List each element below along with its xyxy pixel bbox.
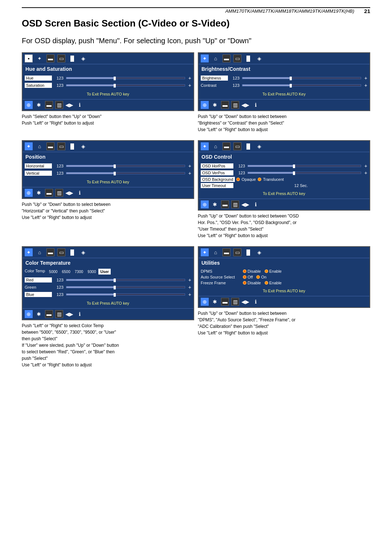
green-value: 123 [53,285,64,289]
timeout-row: User Timeout 12 Sec. [201,183,367,188]
osd-ctrl-bb-rect-icon: ▬ [221,200,229,208]
freeze-enable-radio[interactable] [265,281,268,285]
horpos-value: 123 [235,164,245,168]
blue-plus: + [188,292,191,297]
contrast-slider[interactable] [242,84,361,86]
osd-ctrl-title: OSD Control [199,152,369,162]
bg-options: Opaque Translucent [236,177,284,182]
osd-ctrl-exit: To Exit Press AUTO key [201,189,367,197]
horpos-row: OSD HorPos 123 + [201,163,367,169]
verpos-slider[interactable] [248,172,361,174]
pos-tb-arrow-icon: ⌂ [36,142,44,150]
dpms-enable-radio[interactable] [265,269,268,273]
panels-row-1: ▪ ✦ ▬ ▭ ▐▌ ◈ Hue and Saturation Hue 123 [22,52,370,137]
ct-tb-bars-icon: ▐▌ [68,248,76,256]
auto-source-options: Off On [243,275,266,279]
dpms-disable-opt[interactable]: Disable [243,269,261,273]
auto-source-off-radio[interactable] [243,275,246,279]
osd-ctrl-tb-screen-icon: ▬ [222,142,230,150]
util-bottom-bar: ⊕ ✱ ▬ ▥ ◀▶ ℹ [199,296,369,307]
red-plus: + [188,277,191,283]
temp-tab-5000[interactable]: 5000 [47,269,59,275]
util-caption: Push "Up" or "Down" button to select bet… [198,310,370,336]
auto-source-on-opt[interactable]: On [256,275,266,279]
dpms-disable-radio[interactable] [243,269,246,273]
temp-tab-user[interactable]: User [98,269,110,275]
osd-ctrl-bb-plus-icon: ⊕ [201,200,209,208]
temp-tab-9300[interactable]: 9300 [86,269,98,275]
freeze-enable-opt[interactable]: Enable [265,281,282,285]
osd-ctrl-tb-diamond-icon: ◈ [255,142,263,150]
translucent-radio-icon[interactable] [258,178,261,181]
pos-tb-rect-icon: ▭ [57,142,65,150]
ct-toolbar: ✦ ⌂ ▬ ▭ ▐▌ ◈ [23,247,193,258]
bc-bb-display-icon: ▥ [231,101,239,109]
pos-bottom-bar: ⊕ ✱ ▬ ▥ ◀▶ ℹ [23,187,193,198]
dpms-options: Disable Enable [243,269,282,273]
green-slider[interactable] [66,286,185,288]
blue-slider[interactable] [66,293,185,296]
bc-bottom-bar: ⊕ ✱ ▬ ▥ ◀▶ ℹ [199,99,369,110]
red-slider[interactable] [66,279,185,281]
util-bb-rect-icon: ▬ [221,298,229,306]
bc-rows: Brightness 123 + Contrast 123 + [199,74,369,99]
sat-plus: + [188,82,191,88]
bc-tb-arrow-icon: ⌂ [212,54,220,62]
temp-tab-6500[interactable]: 6500 [60,269,72,275]
red-row: Red 123 + [25,277,191,283]
brightness-slider[interactable] [242,77,361,79]
model-text: AMM170TK/AMM17TK/AMM18TK/AMM19TK/AMM19TK… [225,8,354,14]
vertical-slider[interactable] [66,172,185,174]
opaque-radio-icon[interactable] [236,178,240,181]
util-rows: DPMS Disable Enable Auto Source Select [199,268,369,296]
hue-sat-exit: To Exit Press AUTO key [25,90,191,98]
horizontal-slider[interactable] [66,165,185,167]
tb-bars-icon: ▐▌ [68,54,76,62]
sat-row: Saturation 123 + [25,82,191,88]
verpos-plus: + [364,170,367,176]
horpos-slider[interactable] [248,165,361,167]
hue-value: 123 [53,76,64,80]
horizontal-label: Horizontal [25,163,52,168]
dpms-label: DPMS [201,269,241,273]
green-label: Green [25,285,52,289]
ct-bb-play-icon: ◀▶ [65,310,73,318]
green-row: Green 123 + [25,284,191,290]
freeze-label: Freeze Frame [201,281,241,285]
freeze-disable-opt[interactable]: Disable [243,281,261,285]
page-header: AMM170TK/AMM17TK/AMM18TK/AMM19TK/AMM19TK… [22,7,370,16]
osd-ctrl-tb-sun-icon: ✦ [201,142,209,150]
util-bb-play-icon: ◀▶ [241,298,249,306]
sat-slider[interactable] [66,84,185,86]
tb-sun-icon: ✦ [36,54,44,62]
auto-source-off-label: Off [248,275,253,279]
red-value: 123 [53,278,64,282]
osd-control-panel: ✦ ⌂ ▬ ▭ ▐▌ ◈ OSD Control OSD HorPos 123 [198,140,370,243]
ct-exit: To Exit Press AUTO key [25,299,191,307]
osd-ctrl-caption: Push "Up" or "Down" button to select bet… [198,213,370,239]
pos-bb-rect-icon: ▬ [45,189,53,197]
horizontal-plus: + [188,163,191,169]
auto-source-off-opt[interactable]: Off [243,275,253,279]
dpms-enable-opt[interactable]: Enable [265,269,282,273]
freeze-row: Freeze Frame Disable Enable [201,281,367,285]
osd-control-osd: ✦ ⌂ ▬ ▭ ▐▌ ◈ OSD Control OSD HorPos 123 [198,140,370,211]
freeze-disable-label: Disable [248,281,261,285]
util-toolbar: ✦ ⌂ ▬ ▭ ▐▌ ◈ [199,247,369,258]
bc-tb-diamond-icon: ◈ [255,54,263,62]
color-temp-osd: ✦ ⌂ ▬ ▭ ▐▌ ◈ Color Temperature Color Tem… [22,246,194,320]
horizontal-value: 123 [53,164,64,168]
blue-row: Blue 123 + [25,292,191,297]
freeze-disable-radio[interactable] [243,281,246,285]
bb-play-icon: ◀▶ [65,101,73,109]
tb-rect-icon: ▭ [57,54,65,62]
contrast-label: Contrast [201,83,228,88]
osd-ctrl-tb-arrow-icon: ⌂ [212,142,220,150]
pos-tb-screen-icon: ▬ [46,142,54,150]
pos-bb-gear-icon: ✱ [35,189,43,197]
temp-tab-7300[interactable]: 7300 [73,269,85,275]
hue-row: Hue 123 + [25,75,191,81]
utilities-panel: ✦ ⌂ ▬ ▭ ▐▌ ◈ Utilities DPMS Disable [198,246,370,372]
auto-source-on-radio[interactable] [256,275,260,279]
hue-slider[interactable] [66,77,185,79]
